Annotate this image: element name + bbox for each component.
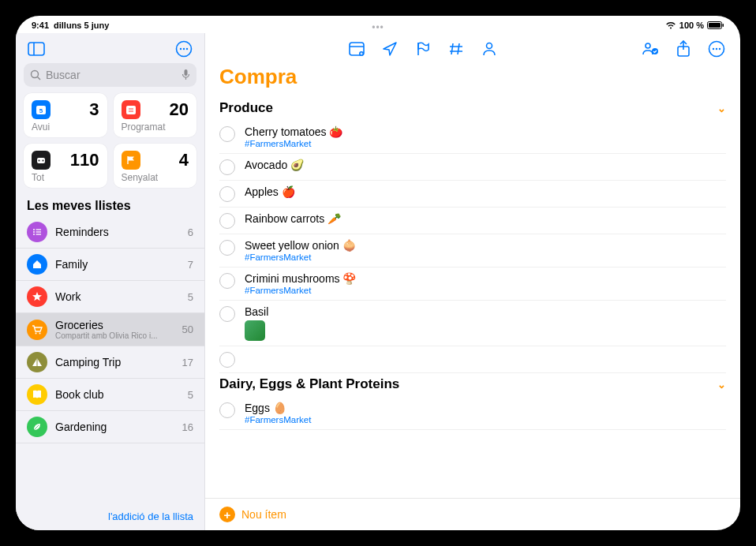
flag-icon[interactable]: [414, 39, 432, 58]
new-item-button[interactable]: + Nou ítem: [205, 498, 740, 530]
svg-point-43: [487, 43, 492, 49]
add-list-button[interactable]: l'addició de la llista: [16, 503, 204, 530]
reminder-tag[interactable]: #FarmersMarket: [245, 252, 726, 262]
search-input[interactable]: Buscar: [24, 63, 196, 87]
completion-toggle[interactable]: [219, 402, 235, 418]
status-time: 9:41: [32, 21, 49, 30]
list-row[interactable]: Family 7: [16, 249, 204, 281]
reminder-text: Crimini mushrooms 🍄: [245, 272, 726, 285]
wifi-icon: [665, 21, 676, 29]
list-count: 50: [182, 323, 193, 335]
plus-icon: +: [219, 507, 235, 522]
reminder-item[interactable]: Crimini mushrooms 🍄#FarmersMarket: [219, 267, 726, 301]
svg-point-45: [652, 48, 658, 54]
mic-icon[interactable]: [182, 69, 190, 81]
share-icon[interactable]: [674, 39, 693, 58]
completion-toggle[interactable]: [219, 159, 235, 175]
search-placeholder: Buscar: [46, 69, 80, 81]
list-name-label: Camping Trip: [55, 356, 174, 368]
reminder-tag[interactable]: #FarmersMarket: [245, 286, 726, 295]
reminder-content: Produce ⌄ Cherry tomatoes 🍅#FarmersMarke…: [205, 97, 740, 498]
list-row[interactable]: Gardening 16: [16, 411, 204, 443]
list-icon: [27, 384, 47, 405]
smart-list-label: Senyalat: [122, 172, 189, 183]
detail-toolbar: [205, 33, 740, 62]
smart-list-label: Tot: [32, 172, 99, 183]
reminder-item[interactable]: Apples 🍎: [219, 181, 726, 208]
status-battery-pct: 100 %: [679, 21, 704, 30]
svg-point-44: [646, 43, 650, 48]
group-header[interactable]: Dairy, Eggs & Plant Proteins ⌄: [219, 373, 726, 397]
smart-list-card[interactable]: 4 Senyalat: [114, 144, 197, 188]
smart-list-icon: [122, 100, 140, 119]
list-icon: [27, 222, 47, 242]
group-name: Dairy, Eggs & Plant Proteins: [219, 376, 399, 392]
svg-point-20: [39, 160, 40, 162]
svg-point-8: [186, 48, 188, 50]
smart-list-card[interactable]: 5 3 Avui: [24, 93, 107, 137]
list-row[interactable]: Reminders 6: [16, 216, 204, 249]
svg-rect-16: [126, 106, 136, 114]
reminder-tag[interactable]: #FarmersMarket: [245, 139, 726, 148]
group-name: Produce: [219, 100, 273, 116]
list-count: 7: [188, 259, 193, 271]
column-icon[interactable]: [347, 39, 366, 58]
list-icon: [27, 417, 47, 437]
svg-point-25: [33, 234, 35, 235]
completion-toggle[interactable]: [219, 186, 235, 202]
smart-list-icon: 5: [32, 100, 51, 119]
reminder-item[interactable]: Eggs 🥚#FarmersMarket: [219, 397, 726, 430]
smart-list-label: Avui: [32, 122, 99, 133]
svg-point-49: [713, 48, 714, 50]
collaborate-icon[interactable]: [641, 39, 660, 58]
svg-rect-11: [185, 69, 188, 76]
completion-toggle[interactable]: [219, 126, 235, 142]
reminder-item[interactable]: Cherry tomatoes 🍅#FarmersMarket: [219, 121, 726, 154]
detail-more-icon[interactable]: [707, 39, 726, 58]
reminder-item[interactable]: [219, 346, 726, 373]
hashtag-icon[interactable]: [447, 39, 466, 58]
svg-point-24: [33, 231, 35, 233]
list-row[interactable]: Groceries Compartit amb Olivia Rico i...…: [16, 313, 204, 346]
reminder-item[interactable]: Sweet yellow onion 🧅#FarmersMarket: [219, 234, 726, 267]
list-row[interactable]: Book club 5: [16, 379, 204, 411]
reminder-text: Cherry tomatoes 🍅: [245, 125, 726, 138]
my-lists: Reminders 6 Family 7 Work 5 Groceries Co…: [16, 216, 204, 503]
completion-toggle[interactable]: [219, 352, 235, 368]
completion-toggle[interactable]: [219, 273, 235, 289]
completion-toggle[interactable]: [219, 306, 235, 322]
multitask-dots[interactable]: •••: [372, 22, 384, 33]
smart-list-card[interactable]: 110 Tot: [24, 144, 107, 188]
person-icon[interactable]: [480, 39, 499, 58]
smart-list-card[interactable]: 20 Programat: [114, 93, 197, 137]
list-sublabel: Compartit amb Olivia Rico i...: [55, 331, 174, 340]
reminder-thumbnail[interactable]: [245, 320, 265, 341]
reminder-tag[interactable]: #FarmersMarket: [245, 415, 726, 424]
smart-list-icon: [32, 151, 51, 170]
svg-line-40: [458, 43, 459, 54]
completion-toggle[interactable]: [219, 240, 235, 256]
list-name-label: Family: [55, 258, 180, 271]
reminder-item[interactable]: Basil: [219, 301, 726, 346]
search-icon: [30, 69, 41, 80]
reminder-item[interactable]: Rainbow carrots 🥕: [219, 208, 726, 234]
list-row[interactable]: Camping Trip 17: [16, 346, 204, 379]
sidebar-toggle-icon[interactable]: [25, 38, 47, 60]
list-count: 17: [182, 357, 193, 368]
reminder-text: Sweet yellow onion 🧅: [245, 239, 726, 252]
more-icon[interactable]: [173, 38, 195, 60]
svg-line-39: [451, 43, 453, 54]
svg-rect-3: [28, 43, 44, 55]
smart-lists-grid: 5 3 Avui 20 Programat 110 Tot 4 Senyalat: [16, 93, 204, 196]
reminder-item[interactable]: Avocado 🥑: [219, 154, 726, 181]
completion-toggle[interactable]: [219, 213, 235, 229]
list-name-label: Book club: [55, 388, 180, 401]
smart-list-count: 4: [179, 150, 189, 170]
group-header[interactable]: Produce ⌄: [219, 97, 726, 121]
page-title: Compra: [205, 62, 740, 97]
list-row[interactable]: Work 5: [16, 281, 204, 313]
sidebar: Buscar 5 3 Avui 20 Programat 110 Tot 4: [16, 33, 205, 530]
location-icon[interactable]: [380, 39, 399, 58]
new-item-label: Nou ítem: [241, 508, 286, 521]
svg-point-50: [716, 48, 717, 50]
